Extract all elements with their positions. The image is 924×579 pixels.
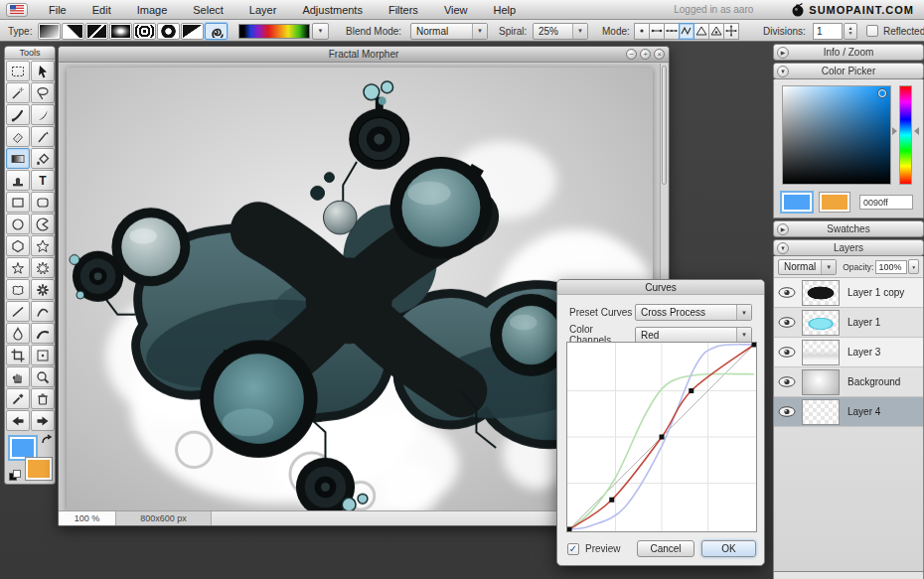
swap-colors-icon[interactable]	[41, 434, 53, 446]
menu-filters[interactable]: Filters	[376, 4, 431, 16]
divisions-input[interactable]	[813, 23, 843, 40]
layer-row[interactable]: Background	[774, 367, 923, 397]
layer-thumbnail[interactable]	[802, 369, 840, 395]
mode-line-button[interactable]	[649, 23, 665, 40]
tool-paint-bucket-button[interactable]	[31, 148, 55, 169]
tool-trash-button[interactable]	[31, 388, 55, 409]
window-maximize-button[interactable]: +	[640, 49, 651, 60]
menu-edit[interactable]: Edit	[79, 4, 124, 16]
saturation-brightness-square[interactable]	[782, 85, 891, 185]
tool-eyedropper-button[interactable]	[6, 388, 30, 409]
layer-name[interactable]: Background	[847, 376, 900, 387]
tool-pie-button[interactable]	[31, 214, 55, 234]
tool-rounded-rect-button[interactable]	[31, 192, 55, 213]
document-titlebar[interactable]: Fractal Morpher − + ×	[59, 47, 669, 63]
mode-cross-button[interactable]	[723, 23, 739, 40]
layer-thumbnail[interactable]	[802, 399, 840, 425]
menu-select[interactable]: Select	[180, 4, 236, 16]
hue-slider-left-arrow[interactable]	[892, 127, 897, 135]
gradient-preview-strip[interactable]	[238, 24, 310, 39]
panel-expanded-icon[interactable]: ▼	[777, 66, 789, 77]
picker-background-swatch[interactable]	[820, 193, 849, 212]
gradient-type-diagonal-button[interactable]	[85, 23, 108, 40]
tool-magic-wand-button[interactable]	[6, 82, 30, 103]
window-close-button[interactable]: ×	[654, 49, 665, 60]
curves-dialog-title[interactable]: Curves	[557, 280, 764, 295]
picker-foreground-swatch[interactable]	[782, 193, 812, 212]
spiral-select[interactable]: 25% ▼	[533, 23, 588, 40]
panel-collapsed-icon[interactable]: ▶	[777, 223, 789, 235]
layer-thumbnail[interactable]	[802, 280, 840, 306]
tool-move-button[interactable]	[31, 61, 55, 81]
layers-panel-header[interactable]: ▼ Layers	[773, 239, 924, 256]
tool-line-button[interactable]	[6, 301, 30, 322]
tool-star5-button[interactable]	[6, 257, 30, 278]
menu-image[interactable]: Image	[124, 4, 181, 16]
layer-visibility-eye-icon[interactable]	[778, 347, 796, 358]
tools-palette-title[interactable]: Tools	[5, 47, 55, 60]
opacity-dropdown-button[interactable]: ▼	[908, 259, 919, 274]
mode-multipoint-button[interactable]	[664, 23, 680, 40]
menu-view[interactable]: View	[431, 4, 481, 16]
gradient-type-linear-button[interactable]	[38, 23, 61, 40]
vscroll-thumb[interactable]	[662, 66, 667, 185]
color-picker-cursor[interactable]	[878, 89, 886, 97]
gradient-type-radial-rings-button[interactable]	[133, 23, 156, 40]
layer-row-selected[interactable]: Layer 4	[774, 397, 923, 427]
gradient-type-box-button[interactable]	[109, 23, 132, 40]
layer-name[interactable]: Layer 4	[847, 406, 880, 417]
tool-zoom-button[interactable]	[31, 366, 55, 387]
background-color-swatch[interactable]	[26, 458, 52, 480]
cancel-button[interactable]: Cancel	[637, 540, 694, 557]
tool-curve-button[interactable]	[31, 301, 55, 322]
menu-layer[interactable]: Layer	[236, 4, 290, 16]
tool-lasso-button[interactable]	[31, 82, 55, 103]
tool-clone-stamp-button[interactable]	[6, 170, 30, 191]
tool-finger-smudge-button[interactable]	[31, 323, 55, 344]
layer-row[interactable]: Layer 1 copy	[774, 278, 923, 308]
gradient-type-spiral-button[interactable]	[205, 23, 228, 40]
default-colors-icon[interactable]	[9, 470, 21, 482]
gradient-type-circle-button[interactable]	[157, 23, 180, 40]
reflected-checkbox[interactable]	[866, 25, 878, 37]
menu-file[interactable]: File	[36, 4, 79, 16]
hue-strip[interactable]	[899, 85, 912, 185]
tool-rectangle-button[interactable]	[6, 192, 30, 213]
layer-visibility-eye-icon[interactable]	[778, 406, 796, 417]
tool-eraser-button[interactable]	[6, 126, 30, 147]
tool-blur-button[interactable]	[6, 323, 30, 344]
tool-ellipse-button[interactable]	[6, 214, 30, 234]
tool-canvas-frame-button[interactable]	[31, 345, 55, 365]
hue-slider-right-arrow[interactable]	[914, 127, 919, 135]
layer-blend-mode-select[interactable]: Normal ▼	[778, 259, 837, 275]
hex-color-input[interactable]	[859, 195, 913, 210]
color-picker-panel-header[interactable]: ▼ Color Picker	[773, 63, 924, 79]
mode-zigzag-button[interactable]	[679, 23, 694, 40]
layer-visibility-eye-icon[interactable]	[778, 317, 796, 328]
layer-thumbnail[interactable]	[802, 340, 840, 365]
tool-hand-button[interactable]	[6, 366, 30, 387]
ok-button[interactable]: OK	[701, 540, 756, 557]
layer-name[interactable]: Layer 1 copy	[847, 287, 904, 298]
gradient-type-reflected-button[interactable]	[62, 23, 84, 40]
layer-thumbnail[interactable]	[802, 310, 840, 336]
tool-brush-button[interactable]	[6, 104, 30, 125]
preview-checkbox[interactable]: ✓	[567, 543, 579, 555]
tool-gradient-button[interactable]	[6, 148, 30, 169]
layer-name[interactable]: Layer 3	[847, 347, 880, 358]
layer-row[interactable]: Layer 3	[774, 338, 923, 367]
panel-expanded-icon[interactable]: ▼	[777, 242, 789, 254]
tool-starburst-button[interactable]	[31, 257, 55, 278]
opacity-input[interactable]	[875, 260, 907, 274]
color-channels-select[interactable]: Red ▼	[635, 327, 752, 344]
curves-plot[interactable]	[566, 342, 757, 532]
info-zoom-panel-header[interactable]: ▶ Info / Zoom	[773, 44, 924, 61]
gradient-type-corner-button[interactable]	[181, 23, 204, 40]
tool-smudge-brush-button[interactable]	[31, 104, 55, 125]
tool-rect-select-button[interactable]	[6, 61, 30, 81]
layer-visibility-eye-icon[interactable]	[778, 287, 796, 298]
curves-dialog[interactable]: Curves Preset Curves Cross Process ▼ Col…	[556, 279, 765, 566]
tool-pencil-button[interactable]	[31, 126, 55, 147]
language-flag-button[interactable]	[6, 3, 28, 17]
layer-row[interactable]: Layer 1	[774, 308, 923, 338]
